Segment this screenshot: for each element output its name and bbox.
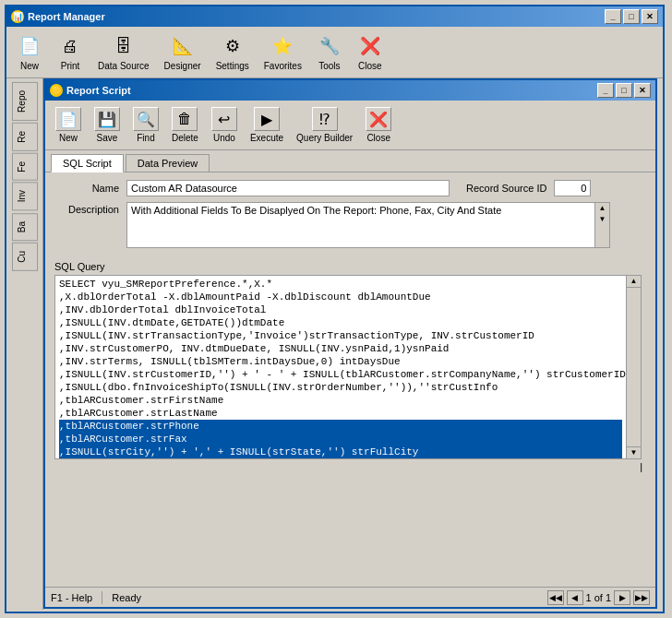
record-source-input[interactable] — [554, 180, 591, 196]
sidebar: Repo Re Fe Inv Ba Cu — [6, 78, 43, 610]
sql-query-label: SQL Query — [54, 261, 646, 272]
script-execute-label: Execute — [250, 133, 283, 143]
outer-print-icon: 🖨 — [57, 33, 83, 59]
outer-tools-label: Tools — [318, 61, 340, 71]
description-scrollbar: ▲ ▼ — [595, 202, 610, 248]
sql-scroll-down[interactable]: ▼ — [629, 447, 640, 458]
script-delete-button[interactable]: 🗑 Delete — [167, 104, 203, 146]
outer-tools-icon: 🔧 — [317, 33, 342, 59]
description-textarea[interactable] — [126, 202, 595, 248]
script-querybuilder-icon: ⁉ — [312, 107, 338, 131]
tab-bar: SQL Script Data Preview — [45, 150, 655, 172]
name-input[interactable] — [126, 180, 450, 196]
minimize-button[interactable]: _ — [605, 9, 621, 24]
nav-prev-button[interactable]: ◀ — [567, 590, 583, 605]
description-row: Description ▲ ▼ — [54, 202, 646, 248]
script-find-icon: 🔍 — [133, 107, 159, 131]
name-label: Name — [54, 183, 119, 194]
report-manager-title: Report Manager — [28, 11, 105, 22]
script-querybuilder-button[interactable]: ⁉ Query Builder — [292, 104, 357, 146]
cursor-indicator: | — [54, 459, 646, 474]
inner-titlebar-left: 🟡 Report Script — [50, 84, 131, 97]
nav-last-button[interactable]: ▶▶ — [633, 590, 650, 605]
outer-settings-button[interactable]: ⚙ Settings — [211, 30, 254, 74]
scroll-thumb — [627, 287, 641, 447]
outer-window-controls: _ □ ✕ — [605, 9, 658, 24]
outer-datasource-icon: 🗄 — [111, 33, 137, 59]
script-save-icon: 💾 — [94, 107, 120, 131]
nav-first-button[interactable]: ◀◀ — [547, 590, 564, 605]
inner-close-button[interactable]: ✕ — [634, 83, 651, 98]
inner-minimize-button[interactable]: _ — [597, 83, 614, 98]
sql-container: SELECT vyu_SMReportPreference.*,X.*,X.db… — [54, 275, 646, 459]
report-script-window: 🟡 Report Script _ □ ✕ 📄 New — [43, 78, 657, 609]
sidebar-tab-cu[interactable]: Cu — [12, 243, 38, 271]
script-find-label: Find — [137, 133, 154, 143]
tab-data-preview[interactable]: Data Preview — [126, 154, 210, 172]
sidebar-tab-re[interactable]: Re — [12, 123, 38, 151]
script-execute-icon: ▶ — [254, 107, 280, 131]
outer-settings-label: Settings — [216, 61, 249, 71]
page-of: of — [594, 592, 603, 603]
outer-designer-label: Designer — [164, 61, 201, 71]
outer-designer-button[interactable]: 📐 Designer — [160, 30, 206, 74]
sidebar-tab-repo[interactable]: Repo — [12, 82, 38, 121]
report-manager-titlebar: 📊 Report Manager _ □ ✕ — [6, 6, 663, 27]
outer-print-button[interactable]: 🖨 Print — [53, 30, 88, 74]
content-area: 🟡 Report Script _ □ ✕ 📄 New — [43, 78, 663, 610]
scroll-down-arrow[interactable]: ▼ — [597, 214, 608, 225]
outer-new-button[interactable]: 📄 New — [12, 30, 47, 74]
outer-print-label: Print — [61, 61, 80, 71]
sidebar-tab-inv[interactable]: Inv — [12, 182, 38, 210]
help-text: F1 - Help — [51, 592, 92, 603]
script-execute-button[interactable]: ▶ Execute — [246, 104, 288, 146]
outer-favorites-label: Favorites — [264, 61, 302, 71]
page-navigation: ◀◀ ◀ 1 of 1 ▶ ▶▶ — [547, 590, 650, 605]
report-manager-icon: 📊 — [11, 10, 24, 23]
outer-toolbar: 📄 New 🖨 Print 🗄 Data Source 📐 Designer ⚙… — [6, 27, 663, 78]
status-bar: F1 - Help Ready ◀◀ ◀ 1 of 1 ▶ ▶▶ — [45, 587, 655, 607]
sidebar-tab-ba[interactable]: Ba — [12, 213, 38, 241]
inner-maximize-button[interactable]: □ — [616, 83, 632, 98]
page-total: 1 — [606, 592, 611, 603]
main-area: Repo Re Fe Inv Ba Cu 🟡 Report Script _ — [6, 78, 663, 610]
page-current: 1 — [586, 592, 592, 603]
script-save-label: Save — [97, 133, 118, 143]
nav-next-button[interactable]: ▶ — [614, 590, 630, 605]
outer-new-label: New — [20, 61, 39, 71]
report-manager-window: 📊 Report Manager _ □ ✕ 📄 New 🖨 Print 🗄 D… — [5, 5, 665, 613]
script-save-button[interactable]: 💾 Save — [90, 104, 125, 146]
sql-scroll-up[interactable]: ▲ — [629, 276, 640, 287]
outer-favorites-icon: ⭐ — [270, 33, 295, 59]
outer-datasource-button[interactable]: 🗄 Data Source — [93, 30, 154, 74]
description-container: ▲ ▼ — [126, 202, 610, 248]
sql-editor[interactable]: SELECT vyu_SMReportPreference.*,X.*,X.db… — [54, 275, 627, 459]
outer-settings-icon: ⚙ — [220, 33, 246, 59]
maximize-button[interactable]: □ — [623, 9, 640, 24]
sidebar-tab-fe[interactable]: Fe — [12, 153, 38, 181]
status-separator-1 — [102, 591, 102, 604]
outer-favorites-button[interactable]: ⭐ Favorites — [259, 30, 306, 74]
scroll-up-arrow[interactable]: ▲ — [597, 203, 608, 214]
script-undo-icon: ↩ — [211, 107, 237, 131]
tab-sql-script[interactable]: SQL Script — [51, 154, 124, 172]
outer-datasource-label: Data Source — [98, 61, 150, 71]
name-row: Name Record Source ID — [54, 180, 646, 196]
script-find-button[interactable]: 🔍 Find — [128, 104, 163, 146]
record-source-label: Record Source ID — [466, 183, 546, 194]
script-close-button[interactable]: ❌ Close — [361, 104, 396, 146]
sql-vertical-scrollbar[interactable]: ▲ ▼ — [627, 275, 642, 459]
report-script-icon: 🟡 — [50, 84, 63, 97]
script-undo-button[interactable]: ↩ Undo — [207, 104, 242, 146]
outer-close-button[interactable]: ❌ Close — [353, 30, 388, 74]
close-button[interactable]: ✕ — [642, 9, 658, 24]
script-new-label: New — [59, 133, 78, 143]
form-area: Name Record Source ID Description ▲ ▼ — [45, 172, 655, 261]
script-undo-label: Undo — [213, 133, 235, 143]
sql-section: SQL Query SELECT vyu_SMReportPreference.… — [45, 261, 655, 481]
report-script-titlebar: 🟡 Report Script _ □ ✕ — [45, 80, 655, 101]
script-delete-label: Delete — [172, 133, 198, 143]
titlebar-left: 📊 Report Manager — [11, 10, 105, 23]
script-new-button[interactable]: 📄 New — [51, 104, 86, 146]
outer-tools-button[interactable]: 🔧 Tools — [312, 30, 347, 74]
